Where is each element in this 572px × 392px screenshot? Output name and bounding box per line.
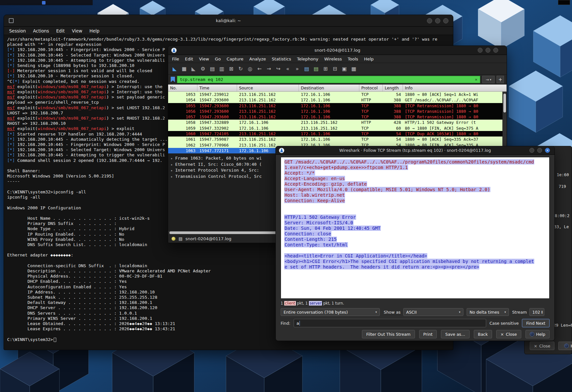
packet-row-1055[interactable]: 105515947.293600213.116.251.162172.16.1.… <box>168 103 507 109</box>
find-packet-icon[interactable]: ◎ <box>246 65 254 73</box>
dialog-close-button[interactable]: × <box>545 148 550 153</box>
wireshark-menu-capture[interactable]: Capture <box>227 57 244 61</box>
delta-times-select[interactable]: No delta times ▾ <box>467 308 509 316</box>
resize-columns-icon[interactable]: ▦ <box>350 65 358 73</box>
stream-label: Stream <box>512 310 527 315</box>
colorize-packets-icon[interactable]: ▤ <box>303 65 311 73</box>
auto-scroll-icon[interactable]: ▤ <box>312 65 320 73</box>
packet-row-1059[interactable]: 105915947.332902172.16.1.106213.116.251.… <box>168 125 507 131</box>
delta-times-value: No delta times <box>470 310 499 315</box>
go-to-packet-icon[interactable]: ↪ <box>274 65 282 73</box>
packet-row-1060[interactable]: 106015947.724105213.116.251.162172.16.1.… <box>168 131 507 137</box>
dialog-maximize-button[interactable] <box>537 148 542 153</box>
column-header-protocol[interactable]: Protocol <box>359 85 383 91</box>
zoom-out-icon[interactable]: ⊟ <box>331 65 339 73</box>
stream-content[interactable]: GET /msadc/..%C0%AF../..%C0%AF../..%C0%A… <box>281 157 550 299</box>
stream-number-spinner[interactable]: 102 ▲ ▼ <box>529 308 544 316</box>
background-help-button[interactable]: Help <box>558 342 572 350</box>
filter-bookmark-icon[interactable] <box>171 77 175 82</box>
wireshark-titlebar[interactable]: snort-0204@0117.log <box>168 46 507 55</box>
find-next-button[interactable]: Find Next <box>522 319 550 327</box>
wireshark-menu-analyze[interactable]: Analyze <box>249 57 266 61</box>
stream-line: Content-Type: text/html <box>284 242 546 248</box>
next-packet-icon[interactable]: » <box>293 65 301 73</box>
wireshark-menu-statistics[interactable]: Statistics <box>272 57 291 61</box>
filter-out-stream-button[interactable]: Filter Out This Stream <box>362 330 415 338</box>
display-filter-input[interactable]: tcp.stream eq 102 × <box>177 76 480 83</box>
column-header-length[interactable]: Length <box>383 85 403 91</box>
wireshark-menu-file[interactable]: File <box>172 57 179 61</box>
packet-row-1056[interactable]: 105615947.293600213.116.251.162172.16.1.… <box>168 109 507 114</box>
reload-file-icon[interactable]: ↻ <box>237 65 245 73</box>
filter-apply-button[interactable]: → ▾ <box>482 76 495 83</box>
conversation-select[interactable]: Entire conversation (708 bytes) ▾ <box>281 308 380 316</box>
scrollbar-thumb[interactable] <box>503 94 506 112</box>
tree-expand-icon[interactable]: ▸ <box>171 175 173 179</box>
save-as-button[interactable]: Save as… <box>441 330 469 338</box>
panel-fragment <box>0 0 93 5</box>
save-file-icon[interactable]: ▥ <box>218 65 226 73</box>
terminal-menu-session[interactable]: Session <box>9 28 26 33</box>
packet-row-1061[interactable]: 106115947.759087213.116.251.162172.16.1.… <box>168 137 507 142</box>
wireshark-menu-view[interactable]: View <box>199 57 209 61</box>
wireshark-menu-go[interactable]: Go <box>215 57 221 61</box>
wireshark-menu-wireless[interactable]: Wireless <box>324 57 342 61</box>
follow-stream-dialog: Wireshark · Follow TCP Stream (tcp.strea… <box>275 146 555 341</box>
packet-row-1054[interactable]: 105415947.293600213.116.251.162172.16.1.… <box>168 97 507 103</box>
tree-expand-icon[interactable]: ▸ <box>171 168 173 173</box>
wireshark-close-button[interactable] <box>493 48 498 53</box>
case-sensitive-checkbox[interactable]: Case sensitive <box>489 321 519 326</box>
terminal-menu-help[interactable]: Help <box>89 28 100 33</box>
terminal-menu-view[interactable]: View <box>72 28 82 33</box>
stop-capture-icon[interactable]: ■ <box>180 65 188 73</box>
packet-list-scrollbar[interactable] <box>502 92 507 153</box>
tree-expand-icon[interactable]: ▸ <box>171 163 173 167</box>
dialog-minimize-button[interactable] <box>529 148 534 153</box>
background-close-button[interactable]: × Close <box>530 342 554 350</box>
close-button[interactable]: × Close <box>496 330 521 338</box>
terminal-menu-edit[interactable]: Edit <box>56 28 65 33</box>
packet-row-1058[interactable]: 105815947.332889172.16.1.106213.116.251.… <box>168 120 507 125</box>
go-back-icon[interactable]: ← <box>256 65 263 73</box>
wireshark-fin-icon[interactable]: ◣ <box>171 65 179 73</box>
spinner-arrows[interactable]: ▲ ▼ <box>541 310 543 314</box>
filter-clear-icon[interactable]: × <box>475 77 477 82</box>
wireshark-menu-tools[interactable]: Tools <box>348 57 358 61</box>
zoom-original-icon[interactable]: ▣ <box>340 65 348 73</box>
help-button[interactable]: Help <box>525 330 550 338</box>
wireshark-maximize-button[interactable] <box>486 48 490 53</box>
column-header-info[interactable]: Info <box>403 85 507 91</box>
terminal-maximize-button[interactable] <box>435 18 440 23</box>
terminal-minimize-button[interactable] <box>427 18 432 23</box>
column-header-no-[interactable]: No. <box>168 85 197 91</box>
find-input[interactable]: a <box>294 319 486 327</box>
wireshark-minimize-button[interactable] <box>478 48 483 53</box>
previous-packet-icon[interactable]: « <box>284 65 292 73</box>
close-file-icon[interactable]: ⊠ <box>227 65 235 73</box>
close-label: Close <box>506 332 517 337</box>
expert-info-icon[interactable] <box>171 237 176 241</box>
capture-options-icon[interactable]: ⚙ <box>199 65 207 73</box>
follow-stream-titlebar[interactable]: Wireshark · Follow TCP Stream (tcp.strea… <box>276 146 554 155</box>
column-header-destination[interactable]: Destination <box>299 85 359 91</box>
wireshark-menu-help[interactable]: Help <box>364 57 374 61</box>
zoom-in-icon[interactable]: ⊞ <box>322 65 329 73</box>
wireshark-menu-edit[interactable]: Edit <box>185 57 193 61</box>
restart-capture-icon[interactable]: ◣ <box>190 65 197 73</box>
packet-row-1057[interactable]: 105715947.293600213.116.251.162172.16.1.… <box>168 114 507 120</box>
packet-row-1053[interactable]: 105315947.239012213.116.251.162172.16.1.… <box>168 92 507 97</box>
go-forward-icon[interactable]: → <box>265 65 273 73</box>
open-file-icon[interactable]: ▤ <box>208 65 216 73</box>
back-button[interactable]: Back <box>474 330 492 338</box>
print-button[interactable]: Print <box>419 330 437 338</box>
terminal-menu-actions[interactable]: Actions <box>33 28 49 33</box>
column-header-source[interactable]: Source <box>237 85 299 91</box>
show-as-select[interactable]: ASCII ▾ <box>403 308 463 316</box>
column-header-time[interactable]: Time <box>197 85 237 91</box>
terminal-titlebar[interactable]: kali@kali: ~ <box>4 15 453 27</box>
filter-add-button[interactable]: + <box>497 76 504 83</box>
wireshark-menu-telephony[interactable]: Telephony <box>297 57 318 61</box>
tree-expand-icon[interactable]: ▸ <box>171 156 173 161</box>
terminal-close-button[interactable] <box>443 18 448 23</box>
capture-file-icon[interactable]: ▤ <box>179 236 182 241</box>
